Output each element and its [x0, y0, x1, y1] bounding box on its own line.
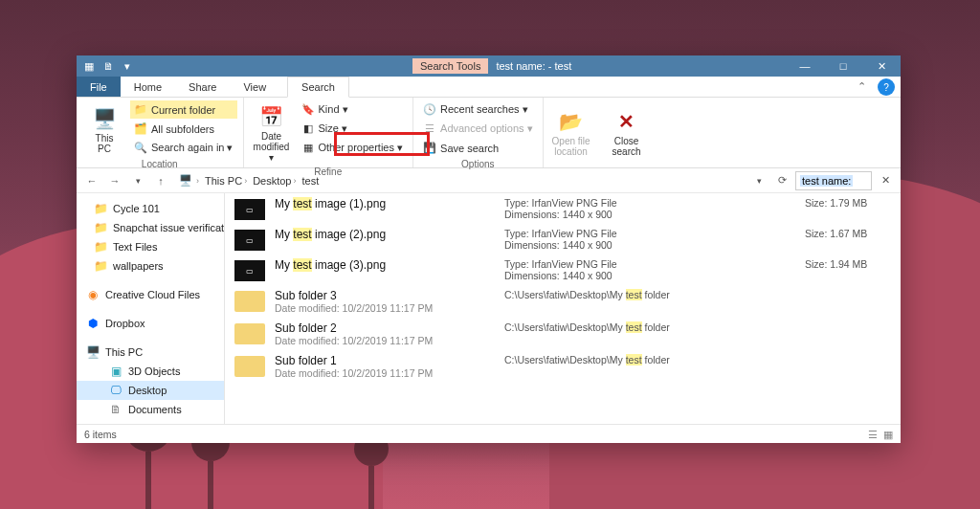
help-icon[interactable]: ? [878, 78, 895, 96]
sidebar-item-thispc[interactable]: 🖥️This PC [77, 343, 224, 362]
kind-button[interactable]: 🔖Kind ▾ [298, 100, 408, 119]
result-date: Date modified: 10/2/2019 11:17 PM [275, 302, 495, 314]
details-view-button[interactable]: ☰ [868, 429, 878, 440]
folder-icon: 📁 [94, 202, 107, 215]
sidebar-item-creativecloud[interactable]: ◉Creative Cloud Files [77, 285, 224, 304]
sidebar-item-desktop[interactable]: 🖵Desktop [77, 381, 224, 400]
result-row[interactable]: Sub folder 1Date modified: 10/2/2019 11:… [225, 350, 901, 383]
save-search-button[interactable]: 💾Save search [419, 139, 537, 157]
results-list: ▭My test image (1).pngType: IrfanView PN… [225, 193, 901, 424]
crumb-thispc[interactable]: This PC › [203, 175, 249, 187]
cloud-icon: ◉ [86, 288, 100, 301]
ribbon-group-options: 🕓Recent searches ▾ ☰Advanced options ▾ 💾… [413, 98, 544, 167]
result-date: Date modified: 10/2/2019 11:17 PM [275, 367, 495, 379]
ribbon-group-refine: 📅 Date modified ▾ 🔖Kind ▾ ◧Size ▾ ▦Other… [244, 98, 414, 167]
desktop-icon: 🖵 [109, 384, 122, 397]
sidebar-item-wallpapers[interactable]: 📁wallpapers [77, 256, 224, 276]
tab-share[interactable]: Share [175, 77, 230, 97]
result-meta: Type: IrfanView PNG FileDimensions: 1440… [504, 228, 795, 251]
tab-home[interactable]: Home [121, 77, 175, 97]
ribbon: 🖥️ This PC 📁Current folder 🗂️All subfold… [77, 98, 901, 168]
properties-icon: ▦ [301, 142, 315, 155]
quick-folder-icon[interactable]: ▾ [121, 59, 134, 73]
this-pc-button[interactable]: 🖥️ This PC [82, 100, 126, 157]
all-subfolders-button[interactable]: 🗂️All subfolders [130, 120, 237, 138]
open-location-icon: 📂 [557, 107, 586, 136]
ribbon-group-location: 🖥️ This PC 📁Current folder 🗂️All subfold… [77, 98, 244, 167]
forward-button[interactable]: → [105, 171, 124, 190]
result-row[interactable]: ▭My test image (3).pngType: IrfanView PN… [225, 254, 901, 285]
subfolders-icon: 🗂️ [134, 122, 147, 136]
collapse-ribbon-button[interactable]: ⌃ [852, 77, 872, 97]
result-size: Size: 1.67 MB [805, 228, 891, 239]
ribbon-group-close: ✕ Close search [599, 98, 655, 167]
result-meta: Type: IrfanView PNG FileDimensions: 1440… [504, 258, 795, 281]
tab-view[interactable]: View [230, 77, 279, 97]
result-row[interactable]: ▭My test image (1).pngType: IrfanView PN… [225, 193, 901, 224]
result-row[interactable]: Sub folder 3Date modified: 10/2/2019 11:… [225, 285, 901, 318]
image-thumbnail: ▭ [234, 260, 265, 281]
sidebar-item-snapchat[interactable]: 📁Snapchat issue verificati [77, 218, 224, 237]
folder-icon: 📁 [94, 221, 107, 234]
result-meta: Type: IrfanView PNG FileDimensions: 1440… [504, 197, 795, 220]
up-button[interactable]: ↑ [151, 171, 170, 190]
address-dropdown-button[interactable]: ▾ [749, 171, 768, 190]
size-icon: ◧ [301, 122, 315, 136]
date-modified-button[interactable]: 📅 Date modified ▾ [250, 100, 294, 165]
back-button[interactable]: ← [82, 171, 101, 190]
size-button[interactable]: ◧Size ▾ [298, 120, 408, 138]
sidebar: 📁Cycle 101 📁Snapchat issue verificati 📁T… [77, 193, 225, 424]
context-tab: Search Tools [412, 58, 488, 74]
search-again-in-button[interactable]: 🔍Search again in ▾ [130, 139, 237, 157]
sidebar-item-dropbox[interactable]: ⬢Dropbox [77, 314, 224, 333]
advanced-icon: ☰ [423, 122, 436, 136]
clear-search-button[interactable]: ✕ [876, 171, 895, 190]
tab-file[interactable]: File [77, 77, 121, 97]
sidebar-item-documents[interactable]: 🗎Documents [77, 400, 224, 419]
group-label-options: Options [419, 157, 537, 171]
close-button[interactable]: ✕ [862, 55, 901, 77]
ribbon-tabs: File Home Share View Search ⌃ ? [77, 77, 901, 98]
group-label-refine: Refine [250, 165, 408, 179]
advanced-options-button[interactable]: ☰Advanced options ▾ [419, 120, 537, 138]
tab-search[interactable]: Search [287, 77, 349, 98]
other-properties-button[interactable]: ▦Other properties ▾ [298, 139, 408, 157]
group-label-location: Location [82, 157, 237, 171]
sidebar-item-cycle101[interactable]: 📁Cycle 101 [77, 199, 224, 218]
open-file-location-button: 📂 Open file location [549, 100, 593, 164]
result-name: My test image (2).png [275, 228, 495, 241]
pc-icon: 🖥️ [90, 104, 119, 133]
window-title: test name: - test [488, 58, 786, 74]
current-folder-button[interactable]: 📁Current folder [130, 100, 237, 119]
minimize-button[interactable]: — [786, 55, 824, 77]
recent-locations-button[interactable]: ▾ [128, 171, 147, 190]
result-meta: C:\Users\fatiw\Desktop\My test folder [504, 354, 795, 365]
folder-icon [234, 291, 265, 312]
recent-icon: 🕓 [423, 103, 436, 117]
save-icon: 💾 [423, 142, 436, 155]
result-meta: C:\Users\fatiw\Desktop\My test folder [504, 289, 795, 300]
result-row[interactable]: Sub folder 2Date modified: 10/2/2019 11:… [225, 318, 901, 350]
result-row[interactable]: ▭My test image (2).pngType: IrfanView PN… [225, 224, 901, 254]
refresh-button[interactable]: ⟳ [772, 174, 791, 187]
result-size: Size: 1.94 MB [805, 258, 891, 270]
quick-file-icon[interactable]: 🗎 [101, 59, 115, 73]
icons-view-button[interactable]: ▦ [883, 429, 893, 440]
dropbox-icon: ⬢ [86, 317, 100, 330]
file-explorer-window: ▦ 🗎 ▾ Search Tools test name: - test — □… [77, 55, 901, 443]
titlebar: ▦ 🗎 ▾ Search Tools test name: - test — □… [77, 55, 901, 77]
address-bar: ← → ▾ ↑ 🖥️ › This PC › Desktop › test ▾ … [77, 168, 901, 193]
maximize-button[interactable]: □ [824, 55, 862, 77]
result-name: Sub folder 1 [275, 354, 495, 367]
sidebar-item-textfiles[interactable]: 📁Text Files [77, 237, 224, 256]
result-size: Size: 1.79 MB [805, 197, 891, 209]
recent-searches-button[interactable]: 🕓Recent searches ▾ [419, 100, 537, 119]
status-bar: 6 items ☰ ▦ [77, 424, 901, 443]
item-count: 6 items [84, 429, 117, 440]
sidebar-item-3dobjects[interactable]: ▣3D Objects [77, 362, 224, 381]
folder-icon [234, 356, 265, 377]
search-input[interactable]: test name: [795, 171, 872, 190]
explorer-icon: ▦ [82, 59, 96, 73]
close-search-button[interactable]: ✕ Close search [605, 100, 649, 164]
result-meta: C:\Users\fatiw\Desktop\My test folder [504, 321, 795, 333]
